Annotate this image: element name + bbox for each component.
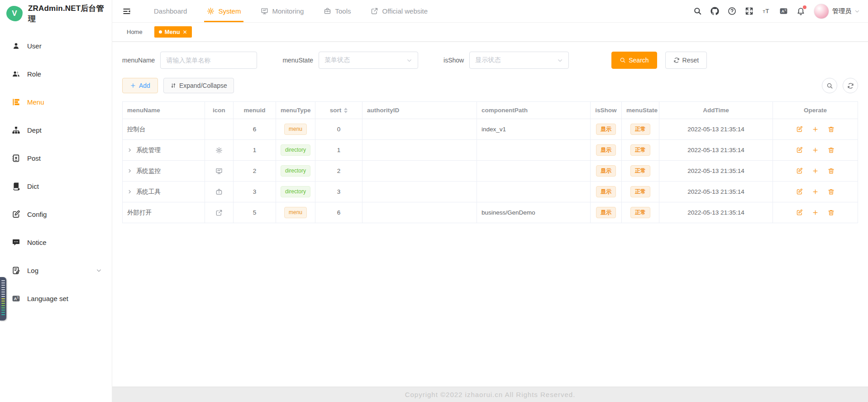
sort-carets-icon[interactable] bbox=[344, 108, 348, 113]
edit-icon bbox=[796, 209, 803, 216]
sidebar-item-config[interactable]: Config bbox=[0, 200, 112, 228]
cell-isShow: 显示 bbox=[591, 161, 622, 182]
nav-item-dashboard[interactable]: Dashboard bbox=[144, 0, 197, 22]
sidebar-item-user[interactable]: User bbox=[0, 32, 112, 60]
notifications-button[interactable] bbox=[796, 7, 805, 15]
menu-type-tag: directory bbox=[281, 165, 310, 176]
cell-menuState: 正常 bbox=[622, 202, 659, 223]
add-child-menu-button[interactable] bbox=[812, 147, 819, 154]
reset-button[interactable]: Reset bbox=[665, 52, 707, 69]
nav-item-tools[interactable]: Tools bbox=[314, 0, 361, 22]
refresh-table-button[interactable] bbox=[843, 78, 858, 93]
menu-name-input[interactable] bbox=[160, 52, 257, 69]
sidebar-item-notice[interactable]: Notice bbox=[0, 228, 112, 256]
sidebar-item-label: Dept bbox=[27, 126, 42, 134]
add-child-menu-button[interactable] bbox=[812, 209, 819, 216]
search-button[interactable]: Search bbox=[611, 52, 657, 69]
cell-icon bbox=[205, 119, 234, 140]
chevron-down-icon bbox=[557, 57, 563, 63]
cell-sort: 1 bbox=[315, 140, 362, 161]
translate-button[interactable]: A文 bbox=[779, 7, 788, 15]
sidebar-item-menu[interactable]: Menu bbox=[0, 88, 112, 116]
refresh-icon bbox=[673, 57, 680, 63]
active-tab-dot-icon bbox=[159, 30, 162, 34]
app-logo[interactable]: V ZRAdmin.NET后台管理 bbox=[0, 0, 112, 27]
add-child-menu-button[interactable] bbox=[812, 168, 819, 175]
edit-menu-button[interactable] bbox=[796, 168, 803, 175]
nav-item-monitoring[interactable]: Monitoring bbox=[251, 0, 314, 22]
sidebar-item-language-set[interactable]: A文 Language set bbox=[0, 284, 112, 312]
sidebar-item-dept[interactable]: Dept bbox=[0, 116, 112, 144]
cell-sort: 0 bbox=[315, 119, 362, 140]
sidebar-item-role[interactable]: Role bbox=[0, 60, 112, 88]
show-search-button[interactable] bbox=[822, 78, 837, 93]
nav-item-official-website[interactable]: Official website bbox=[361, 0, 438, 22]
delete-menu-button[interactable] bbox=[828, 188, 835, 196]
help-button[interactable] bbox=[728, 7, 736, 15]
sidebar-nav: User Role Menu Dept Post Dict bbox=[0, 32, 112, 312]
column-header-authorityID: authorityID bbox=[362, 102, 477, 119]
tab-menu[interactable]: Menu ✕ bbox=[154, 26, 192, 38]
expand-row-button[interactable] bbox=[127, 189, 132, 194]
is-show-tag: 显示 bbox=[596, 207, 616, 218]
chevron-right-icon bbox=[127, 168, 132, 173]
add-child-menu-button[interactable] bbox=[812, 188, 819, 196]
nav-item-system[interactable]: System bbox=[197, 0, 251, 22]
column-header-sort[interactable]: sort bbox=[315, 102, 362, 119]
sort-control[interactable]: sort bbox=[330, 107, 348, 114]
cell-menuType: menu bbox=[276, 119, 315, 140]
delete-menu-button[interactable] bbox=[828, 126, 835, 133]
font-size-button[interactable]: TT bbox=[762, 7, 771, 15]
search-button[interactable] bbox=[693, 7, 702, 15]
svg-text:T: T bbox=[765, 8, 769, 14]
close-tab-icon[interactable]: ✕ bbox=[183, 29, 187, 35]
expand-button-label: Expand/Collapse bbox=[179, 82, 227, 89]
add-child-menu-button[interactable] bbox=[812, 126, 819, 133]
expand-row-button[interactable] bbox=[127, 168, 132, 173]
menu-state-select[interactable]: 菜单状态 bbox=[319, 52, 418, 69]
post-icon bbox=[12, 154, 20, 163]
table-row: 控制台6menu0index_v1显示正常2022-05-13 21:35:14 bbox=[123, 119, 858, 140]
add-menu-button[interactable]: Add bbox=[122, 78, 158, 93]
main-area: Dashboard System Monitoring Tools Offici… bbox=[112, 0, 868, 402]
navbar-right: TT A文 管理员 bbox=[693, 4, 860, 19]
cell-addTime: 2022-05-13 21:35:14 bbox=[659, 202, 773, 223]
copyright-text: Copyright ©2022 izhaorui.cn All Rights R… bbox=[405, 391, 576, 398]
sidebar-item-post[interactable]: Post bbox=[0, 144, 112, 172]
help-icon bbox=[728, 7, 736, 15]
select-placeholder: 菜单状态 bbox=[324, 56, 350, 64]
expand-collapse-button[interactable]: Expand/Collapse bbox=[163, 78, 234, 93]
tab-home[interactable]: Home bbox=[122, 26, 147, 38]
column-header-Operate: Operate bbox=[773, 102, 858, 119]
cell-icon bbox=[205, 202, 234, 223]
expand-row-button[interactable] bbox=[127, 148, 132, 153]
cell-operate bbox=[773, 161, 858, 182]
delete-menu-button[interactable] bbox=[828, 168, 835, 175]
plus-icon bbox=[812, 168, 819, 174]
cell-isShow: 显示 bbox=[591, 119, 622, 140]
edit-menu-button[interactable] bbox=[796, 126, 803, 133]
is-show-select[interactable]: 显示状态 bbox=[469, 52, 569, 69]
sidebar-item-dict[interactable]: Dict bbox=[0, 172, 112, 200]
menu-name-label: menuName bbox=[122, 57, 155, 64]
trash-icon bbox=[828, 209, 835, 216]
github-button[interactable] bbox=[711, 7, 719, 15]
cell-componentPath: index_v1 bbox=[477, 119, 591, 140]
sort-arrows-icon bbox=[170, 82, 176, 89]
fullscreen-button[interactable] bbox=[745, 7, 754, 15]
delete-menu-button[interactable] bbox=[828, 209, 835, 216]
sidebar-collapse-button[interactable] bbox=[122, 7, 131, 16]
sidebar-item-label: Role bbox=[27, 70, 41, 78]
delete-menu-button[interactable] bbox=[828, 147, 835, 154]
edit-menu-button[interactable] bbox=[796, 209, 803, 216]
edit-menu-button[interactable] bbox=[796, 147, 803, 154]
user-menu[interactable]: 管理员 bbox=[814, 4, 860, 19]
add-button-label: Add bbox=[139, 82, 150, 89]
nav-item-label: Official website bbox=[382, 7, 428, 15]
menu-tree-icon bbox=[12, 98, 20, 106]
edit-menu-button[interactable] bbox=[796, 188, 803, 196]
cell-menuid: 5 bbox=[234, 202, 276, 223]
chevron-down-icon bbox=[854, 9, 860, 14]
nav-item-label: System bbox=[218, 7, 241, 15]
sidebar-item-log[interactable]: Log bbox=[0, 256, 112, 284]
